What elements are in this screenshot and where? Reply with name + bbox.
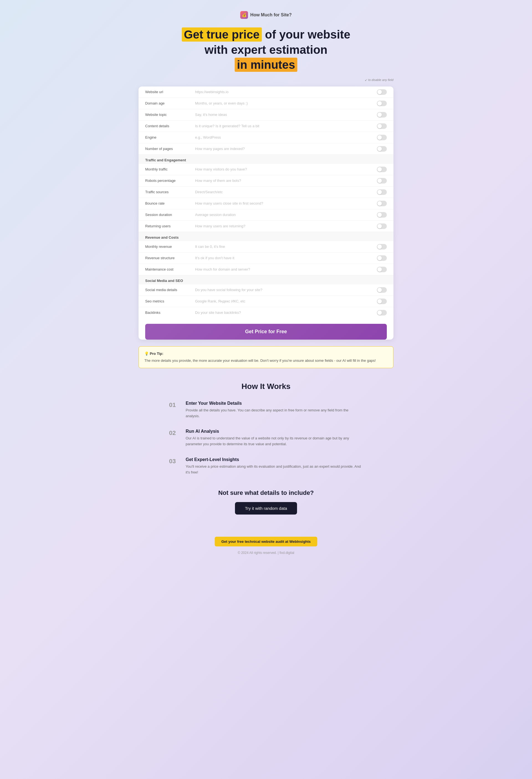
social-media-input[interactable]	[195, 288, 374, 292]
form-row: Robots percentage	[139, 175, 393, 187]
number-of-pages-toggle[interactable]	[377, 146, 387, 152]
field-label-website-url: Website url	[145, 90, 195, 94]
hero-line2: with expert estimation	[139, 43, 393, 58]
returning-users-input[interactable]	[195, 224, 374, 228]
traffic-sources-input[interactable]	[195, 190, 374, 194]
bounce-rate-input[interactable]	[195, 201, 374, 205]
logo-area: 💰 How Much for Site?	[139, 11, 393, 19]
logo-text: How Much for Site?	[250, 12, 291, 17]
step-3-desc: You'll receive a price estimation along …	[186, 464, 363, 475]
footer-banner-link[interactable]: Get your free technical website audit at…	[215, 537, 318, 546]
form-row: Website url	[139, 86, 393, 98]
field-label-monthly-revenue: Monthly revenue	[145, 244, 195, 249]
robots-percentage-input[interactable]	[195, 179, 374, 183]
get-price-button[interactable]: Get Price for Free	[145, 324, 387, 340]
form-row: Social media details	[139, 285, 393, 296]
step-1-desc: Provide all the details you have. You ca…	[186, 408, 363, 419]
step-3-title: Get Expert-Level Insights	[186, 457, 363, 462]
session-duration-input[interactable]	[195, 213, 374, 217]
engine-toggle[interactable]	[377, 135, 387, 140]
step-3-number: 03	[169, 457, 180, 465]
backlinks-toggle[interactable]	[377, 310, 387, 315]
hero-highlight2: in minutes	[235, 58, 297, 72]
not-sure-section: Not sure what details to include? Try it…	[139, 489, 393, 515]
step-2-title: Run AI Analysis	[186, 429, 363, 434]
domain-age-toggle[interactable]	[377, 101, 387, 106]
session-duration-toggle[interactable]	[377, 212, 387, 218]
hero-highlight1: Get true price	[182, 27, 262, 42]
field-label-returning-users: Returning users	[145, 224, 195, 228]
step-2-desc: Our AI is trained to understand the valu…	[186, 435, 363, 447]
field-label-bounce-rate: Bounce rate	[145, 201, 195, 205]
how-it-works-title: How It Works	[139, 382, 393, 391]
website-url-toggle[interactable]	[377, 89, 387, 95]
domain-age-input[interactable]	[195, 101, 374, 105]
field-label-session-duration: Session duration	[145, 213, 195, 217]
form-row: Maintenance cost	[139, 264, 393, 275]
form-row: Monthly traffic	[139, 164, 393, 175]
traffic-section: Monthly traffic Robots percentage Traffi…	[139, 164, 393, 232]
form-row: Session duration	[139, 209, 393, 221]
robots-percentage-toggle[interactable]	[377, 178, 387, 184]
returning-users-toggle[interactable]	[377, 224, 387, 229]
field-label-backlinks: Backlinks	[145, 310, 195, 315]
hero-heading: Get true price of your website with expe…	[139, 27, 393, 73]
logo-icon: 💰	[240, 11, 248, 19]
traffic-section-label: Traffic and Engagement	[139, 155, 393, 164]
field-label-engine: Engine	[145, 135, 195, 139]
field-label-website-topic: Website topic	[145, 113, 195, 117]
website-url-input[interactable]	[195, 90, 374, 94]
try-random-button[interactable]: Try it with random data	[235, 502, 297, 515]
revenue-section: Monthly revenue Revenue structure Mainte…	[139, 241, 393, 275]
step-3: 03 Get Expert-Level Insights You'll rece…	[169, 457, 363, 475]
revenue-structure-input[interactable]	[195, 256, 374, 260]
maintenance-cost-toggle[interactable]	[377, 267, 387, 272]
website-topic-toggle[interactable]	[377, 112, 387, 118]
step-2-number: 02	[169, 429, 180, 437]
form-row: Domain age	[139, 98, 393, 109]
monthly-traffic-toggle[interactable]	[377, 167, 387, 172]
field-label-robots-percentage: Robots percentage	[145, 179, 195, 183]
seo-metrics-input[interactable]	[195, 299, 374, 303]
pro-tip-title: 💡 Pro Tip:	[144, 351, 388, 357]
form-row: Number of pages	[139, 143, 393, 155]
step-2: 02 Run AI Analysis Our AI is trained to …	[169, 429, 363, 447]
content-details-input[interactable]	[195, 124, 374, 128]
number-of-pages-input[interactable]	[195, 147, 374, 151]
content-details-toggle[interactable]	[377, 123, 387, 129]
field-label-monthly-traffic: Monthly traffic	[145, 167, 195, 171]
traffic-sources-toggle[interactable]	[377, 189, 387, 195]
field-label-traffic-sources: Traffic sources	[145, 190, 195, 194]
hero-line3: in minutes	[139, 57, 393, 73]
form-row: Website topic	[139, 109, 393, 121]
monthly-traffic-input[interactable]	[195, 167, 374, 171]
backlinks-input[interactable]	[195, 310, 374, 315]
form-row: Backlinks	[139, 307, 393, 318]
seo-metrics-toggle[interactable]	[377, 299, 387, 304]
field-label-revenue-structure: Revenue structure	[145, 256, 195, 260]
monthly-revenue-toggle[interactable]	[377, 244, 387, 249]
engine-input[interactable]	[195, 135, 374, 139]
revenue-section-label: Revenue and Costs	[139, 232, 393, 241]
monthly-revenue-input[interactable]	[195, 244, 374, 249]
social-section: Social media details Seo metrics Backlin…	[139, 285, 393, 318]
form-row: Revenue structure	[139, 252, 393, 264]
field-label-social-media: Social media details	[145, 288, 195, 292]
field-label-content-details: Content details	[145, 124, 195, 128]
form-card: to disable any field Website url Domain …	[139, 86, 393, 340]
form-row: Seo metrics	[139, 296, 393, 307]
bounce-rate-toggle[interactable]	[377, 201, 387, 206]
social-section-label: Social Media and SEO	[139, 275, 393, 285]
form-row: Bounce rate	[139, 198, 393, 209]
revenue-structure-toggle[interactable]	[377, 255, 387, 261]
website-topic-input[interactable]	[195, 113, 374, 117]
footer: Get your free technical website audit at…	[139, 531, 393, 555]
step-1-title: Enter Your Website Details	[186, 401, 363, 406]
footer-copyright: © 2024 All rights reserved. | fixd.digit…	[139, 551, 393, 555]
field-label-number-of-pages: Number of pages	[145, 147, 195, 151]
social-media-toggle[interactable]	[377, 287, 387, 293]
form-row: Content details	[139, 121, 393, 132]
steps-list: 01 Enter Your Website Details Provide al…	[169, 401, 363, 475]
maintenance-cost-input[interactable]	[195, 267, 374, 272]
field-label-maintenance-cost: Maintenance cost	[145, 267, 195, 272]
